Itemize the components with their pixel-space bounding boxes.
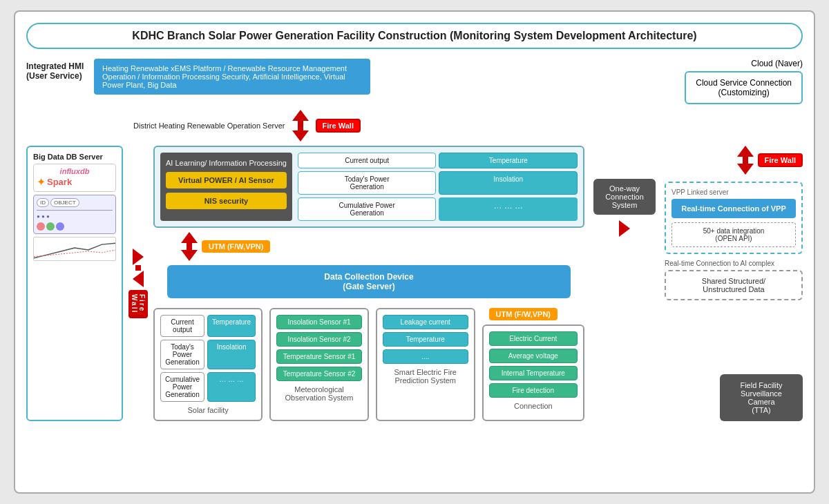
cloud-service-box: Cloud Service Connection(Customizing) — [685, 71, 803, 104]
firewall-badge-vpp: Fire Wall — [758, 153, 803, 167]
solar-cumulative-power: Cumulative PowerGeneration — [160, 372, 204, 402]
ai-title: AI Learning/ Information Processing — [166, 158, 287, 168]
sensor-cumulative-power: Cumulative PowerGeneration — [298, 197, 437, 221]
smart-title: Smart Electric FirePrediction System — [383, 368, 468, 385]
meteo-temp-2: Temperature Sensor #2 — [276, 367, 362, 381]
sensor-grid-area: Current output Temperature Today's Power… — [298, 153, 578, 221]
meteo-insolation-1: Insolation Sensor #1 — [276, 315, 362, 329]
meteo-title: MeteorologicalObservation System — [276, 385, 362, 402]
ai-complex-area: Real-time Connection to AI complex Share… — [665, 260, 803, 300]
arch-area: Big Data DB Server influxdb ✦ Spark ID O… — [26, 146, 803, 421]
bigdata-server: Big Data DB Server influxdb ✦ Spark ID O… — [26, 146, 123, 421]
meteo-temp-1: Temperature Sensor #1 — [276, 349, 362, 364]
arrow-right-oneway — [619, 220, 630, 237]
utm-label-2: UTM (F/W,VPN) — [489, 308, 558, 320]
oneway-box: One-wayConnectionSystem — [593, 179, 656, 215]
sensor-current-output: Current output — [298, 153, 437, 168]
vpp-realtime-box: Real-time Connection of VPP — [671, 199, 796, 218]
conn-electric: Electric Current — [489, 331, 578, 346]
solar-facility-box: Current output Temperature Today's Power… — [153, 308, 263, 421]
district-heating-label: District Heating Renewable Operation Ser… — [133, 122, 285, 130]
sensor-temperature: Temperature — [439, 153, 578, 168]
firewall-vpp-area: Fire Wall — [665, 146, 803, 175]
meteo-facility-box: Insolation Sensor #1 Insolation Sensor #… — [269, 308, 369, 421]
arrow-left-1 — [133, 271, 144, 287]
arrow-right-1 — [133, 249, 144, 265]
influxdb-logo: influxdb ✦ Spark — [33, 164, 116, 192]
virtual-power-box: Virtual POWER / AI Sensor — [166, 172, 287, 188]
main-processing-area: AI Learning/ Information Processing Virt… — [153, 146, 584, 228]
connection-area: UTM (F/W,VPN) Electric Current Average v… — [482, 308, 584, 421]
field-camera-box: Field FacilitySurveillanceCamera(TTA) — [720, 374, 803, 421]
utm-area: UTM (F/W,VPN) — [181, 232, 584, 261]
conn-internal-temp: Internal Temperature — [489, 366, 578, 380]
solar-temperature: Temperature — [207, 315, 256, 337]
arrow-down-utm — [181, 250, 198, 261]
field-camera-area: Field FacilitySurveillanceCamera(TTA) — [720, 374, 803, 421]
hmi-label: Integrated HMI(User Service) — [26, 61, 88, 81]
vpp-server-label: VPP Linked server — [671, 188, 796, 196]
firewall-badge-left: Fire Wall — [316, 119, 361, 133]
chart-mini — [33, 237, 116, 261]
sensor-insolation: Insolation — [439, 171, 578, 195]
utm-label-1: UTM (F/W,VPN) — [202, 240, 270, 253]
db-diagram: ID OBJECT ● ● ● — [33, 195, 116, 234]
cloud-label: Cloud (Naver) — [665, 59, 803, 68]
right-column: Fire Wall VPP Linked server Real-time Co… — [665, 146, 803, 421]
conn-voltage: Average voltage — [489, 349, 578, 363]
solar-insolation: Insolation — [207, 340, 256, 369]
arrow-up-firewall — [292, 110, 309, 121]
arrow-down-vpp — [737, 164, 754, 175]
solar-facility-title: Solar facility — [160, 406, 256, 414]
shared-data-box: Shared Structured/Unstructured Data — [665, 270, 803, 300]
sensor-dots: … … … — [439, 197, 578, 221]
smart-temp: Temperature — [383, 332, 468, 347]
smart-fire-box: Leakage current Temperature .... Smart E… — [376, 308, 475, 421]
data-collection-area: Data Collection Device(Gate Server) — [167, 265, 571, 298]
vpp-integration-box: 50+ data integration(OPEN API) — [671, 222, 796, 247]
spark-logo: ✦ Spark — [37, 175, 113, 188]
arrow-up-vpp — [737, 146, 754, 157]
connection-box: Electric Current Average voltage Interna… — [482, 324, 584, 421]
bottom-row: Current output Temperature Today's Power… — [153, 308, 584, 421]
page-title: KDHC Branch Solar Power Generation Facil… — [26, 23, 803, 49]
arrow-down-firewall — [292, 130, 309, 142]
solar-dots: … … … — [207, 372, 256, 402]
meteo-insolation-2: Insolation Sensor #2 — [276, 332, 362, 347]
bigdata-title: Big Data DB Server — [33, 153, 116, 161]
solar-current-output: Current output — [160, 315, 204, 337]
data-collection-box: Data Collection Device(Gate Server) — [167, 265, 571, 298]
conn-fire: Fire detection — [489, 383, 578, 398]
smart-dots: .... — [383, 349, 468, 364]
arrow-up-utm — [181, 232, 198, 243]
sensor-todays-power: Today's PowerGeneration — [298, 171, 437, 195]
ai-complex-label: Real-time Connection to AI complex — [665, 260, 803, 267]
arrow-stem — [298, 121, 303, 130]
main-container: KDHC Branch Solar Power Generation Facil… — [14, 10, 815, 494]
firewall-side: FireWall — [128, 146, 148, 421]
smart-leakage: Leakage current — [383, 315, 468, 329]
ai-block: AI Learning/ Information Processing Virt… — [160, 153, 292, 221]
connection-title: Connection — [489, 402, 578, 410]
vpp-server-box: VPP Linked server Real-time Connection o… — [665, 182, 803, 254]
hmi-box: Heating Renewable xEMS Platform / Renewa… — [94, 59, 370, 95]
firewall-vertical: FireWall — [128, 290, 148, 318]
solar-todays-power: Today's PowerGeneration — [160, 340, 204, 369]
nis-security-box: NIS security — [166, 193, 287, 209]
